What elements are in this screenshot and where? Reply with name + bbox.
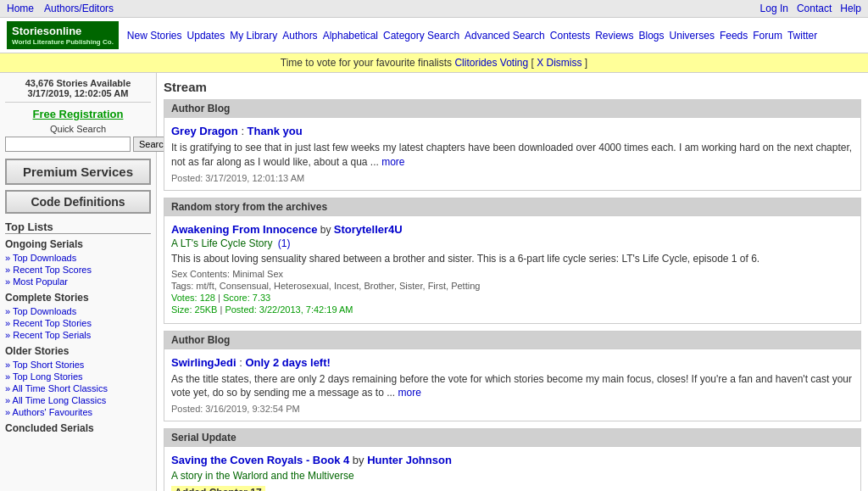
random-story-size-posted: Size: 25KB | Posted: 3/22/2013, 7:42:19 …	[171, 304, 854, 315]
serial-update-header: Serial Update	[164, 429, 860, 447]
complete-recent-top-serials[interactable]: Recent Top Serials	[5, 329, 151, 341]
sidebar-stats: 43,676 Stories Available 3/17/2019, 12:0…	[5, 78, 151, 103]
author-blog-header-2: Author Blog	[164, 332, 860, 349]
search-row: Search	[5, 137, 151, 152]
older-top-short[interactable]: Top Short Stories	[5, 359, 151, 371]
main-nav: New Stories Updates My Library Authors A…	[127, 30, 861, 42]
blog-date-1: Posted: 3/17/2019, 12:01:13 AM	[171, 173, 854, 183]
random-story-card: Random story from the archives Awakening…	[164, 198, 861, 324]
complete-top-downloads[interactable]: Top Downloads	[5, 305, 151, 317]
stream-title: Stream	[164, 80, 861, 94]
help-link[interactable]: Help	[840, 3, 861, 14]
sidebar: 43,676 Stories Available 3/17/2019, 12:0…	[0, 73, 157, 491]
nav-advanced-search[interactable]: Advanced Search	[465, 30, 545, 42]
nav-authors[interactable]: Authors	[282, 30, 317, 42]
author-blog-card-1: Author Blog Grey Dragon : Thank you It i…	[164, 99, 861, 191]
premium-services-button[interactable]: Premium Services	[5, 159, 151, 185]
serial-update-card: Serial Update Saving the Coven Royals - …	[164, 428, 861, 491]
older-all-time-long[interactable]: All Time Long Classics	[5, 394, 151, 406]
dismiss-link[interactable]: X Dismiss	[537, 57, 581, 69]
login-link[interactable]: Log In	[760, 3, 788, 14]
ongoing-most-popular[interactable]: Most Popular	[5, 276, 151, 287]
ongoing-recent-top-scores[interactable]: Recent Top Scores	[5, 264, 151, 276]
author-name-link-1[interactable]: Grey Dragon	[171, 125, 238, 137]
serial-subtitle: A story in the Warlord and the Multivers…	[171, 470, 854, 482]
older-stories-label: Older Stories	[5, 345, 151, 357]
quick-search-label: Quick Search	[5, 124, 151, 134]
serial-author-link[interactable]: Hunter Johnson	[367, 454, 452, 466]
random-story-tags: Tags: mt/ft, Consensual, Heterosexual, I…	[171, 281, 854, 291]
older-top-long[interactable]: Top Long Stories	[5, 371, 151, 382]
serial-added-chapter: Added Chapter 17	[171, 483, 854, 491]
random-story-title-row: Awakening From Innocence by Storyteller4…	[171, 223, 854, 236]
random-story-votes-score: Votes: 128 | Score: 7.33	[171, 293, 854, 303]
home-link[interactable]: Home	[7, 3, 34, 14]
nav-new-stories[interactable]: New Stories	[127, 30, 182, 42]
logo-bar: Storiesonline World Literature Publishin…	[0, 18, 868, 53]
contact-link[interactable]: Contact	[797, 3, 832, 14]
ongoing-top-downloads[interactable]: Top Downloads	[5, 252, 151, 264]
author-blog-header-1: Author Blog	[164, 100, 860, 118]
search-input[interactable]	[5, 137, 131, 152]
blog-more-link-1[interactable]: more	[381, 156, 404, 168]
top-lists-title: Top Lists	[5, 220, 151, 234]
nav-forum[interactable]: Forum	[753, 30, 782, 42]
random-story-title-link[interactable]: Awakening From Innocence	[171, 223, 317, 236]
tagline: World Literature Publishing Co.	[12, 38, 114, 47]
older-authors-favourites[interactable]: Authors' Favourites	[5, 406, 151, 418]
author-blog-card-2: Author Blog SwirlingJedi : Only 2 days l…	[164, 331, 861, 422]
older-all-time-short[interactable]: All Time Short Classics	[5, 382, 151, 394]
nav-updates[interactable]: Updates	[187, 30, 225, 42]
nav-contests[interactable]: Contests	[550, 30, 590, 42]
nav-reviews[interactable]: Reviews	[595, 30, 633, 42]
nav-twitter[interactable]: Twitter	[787, 30, 817, 42]
authors-editors-link[interactable]: Authors/Editors	[44, 3, 114, 14]
random-story-subtitle: A LT's Life Cycle Story (1)	[171, 237, 854, 249]
serial-subtitle-link[interactable]: A story in the Warlord and the Multivers…	[171, 470, 354, 482]
author-blog-title-1: Grey Dragon : Thank you	[171, 125, 854, 137]
blog-date-2: Posted: 3/16/2019, 9:32:54 PM	[171, 404, 854, 414]
complete-recent-top-stories[interactable]: Recent Top Stories	[5, 317, 151, 329]
main-content: Stream Author Blog Grey Dragon : Thank y…	[157, 73, 868, 491]
free-registration-link[interactable]: Free Registration	[5, 108, 151, 120]
random-story-subtitle-link[interactable]: A LT's Life Cycle Story	[171, 237, 272, 249]
blog-more-link-2[interactable]: more	[398, 387, 421, 399]
announcement-banner: Time to vote for your favourite finalist…	[0, 53, 868, 73]
stories-date: 3/17/2019, 12:02:05 AM	[5, 88, 151, 98]
random-story-badge: (1)	[278, 237, 291, 249]
clitorides-voting-link[interactable]: Clitorides Voting	[454, 57, 528, 69]
nav-my-library[interactable]: My Library	[230, 30, 277, 42]
author-name-link-2[interactable]: SwirlingJedi	[171, 356, 236, 369]
top-nav: Home Authors/Editors Log In Contact Help	[0, 0, 868, 18]
added-chapter-badge: Added Chapter 17	[171, 486, 265, 491]
nav-blogs[interactable]: Blogs	[639, 30, 665, 42]
ongoing-serials-label: Ongoing Serials	[5, 238, 151, 250]
blog-text-1: It is gratifying to see that in just las…	[171, 141, 854, 170]
author-separator-1: :	[241, 125, 247, 137]
serial-update-title-link[interactable]: Saving the Coven Royals - Book 4	[171, 454, 349, 466]
author-blog-title-2: SwirlingJedi : Only 2 days left!	[171, 356, 854, 369]
random-story-desc: This is about loving sensuality shared b…	[171, 252, 854, 266]
random-story-header: Random story from the archives	[164, 198, 860, 216]
nav-feeds[interactable]: Feeds	[720, 30, 748, 42]
code-definitions-button[interactable]: Code Definitions	[5, 190, 151, 214]
serial-by: by	[353, 454, 367, 466]
banner-text: Time to vote for your favourite finalist…	[281, 57, 452, 69]
serial-update-title-row: Saving the Coven Royals - Book 4 by Hunt…	[171, 454, 854, 466]
random-story-sex-contents: Sex Contents: Minimal Sex	[171, 269, 854, 279]
random-story-by: by	[320, 224, 334, 236]
nav-universes[interactable]: Universes	[670, 30, 715, 42]
nav-category-search[interactable]: Category Search	[383, 30, 459, 42]
concluded-serials-label: Concluded Serials	[5, 422, 151, 434]
complete-stories-label: Complete Stories	[5, 292, 151, 304]
stories-count: 43,676 Stories Available	[5, 78, 151, 88]
blog-post-link-2[interactable]: Only 2 days left!	[245, 356, 330, 369]
blog-text-2: As the title states, there are only 2 da…	[171, 372, 854, 401]
nav-alphabetical[interactable]: Alphabetical	[323, 30, 378, 42]
logo: Storiesonline World Literature Publishin…	[7, 21, 119, 49]
random-story-author-link[interactable]: Storyteller4U	[334, 223, 403, 236]
blog-post-link-1[interactable]: Thank you	[248, 125, 303, 137]
site-name: Storiesonline	[12, 25, 114, 38]
